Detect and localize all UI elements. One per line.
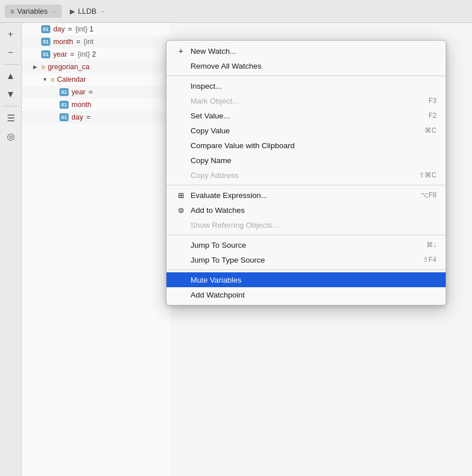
copy-value-shortcut: ⌘C xyxy=(425,126,437,134)
evaluate-icon: ⊞ xyxy=(176,191,186,200)
set-value-shortcut: F2 xyxy=(429,112,437,120)
menu-label-copy-name: Copy Name xyxy=(191,156,231,165)
menu-label-jump-type-source: Jump To Type Source xyxy=(191,256,265,264)
var-equals-day: = xyxy=(66,25,74,33)
variables-area: 01 day = {int} 1 01 month = {int 01 year… xyxy=(22,23,170,476)
badge-cal-year: 01 xyxy=(60,88,69,96)
menu-label-new-watch: New Watch... xyxy=(191,47,236,55)
menu-label-show-referring: Show Referring Objects... xyxy=(191,221,279,229)
tab-lldb[interactable]: ▶ LLDB → xyxy=(64,5,111,18)
var-name-gregorian: gregorian_ca xyxy=(48,63,90,71)
main-panel: ≡ Variables → ▶ LLDB → + − ▲ ▼ ☰ ◎ 01 da… xyxy=(0,0,472,476)
var-row-year[interactable]: 01 year = {int} 2 xyxy=(22,48,170,61)
copy-address-shortcut: ⇧⌘C xyxy=(419,171,437,179)
separator-2 xyxy=(166,185,446,185)
menu-label-mute-variables: Mute Variables xyxy=(191,276,241,284)
variables-tab-label: Variables xyxy=(17,7,47,15)
menu-item-evaluate[interactable]: ⊞ Evaluate Expression... ⌥F8 xyxy=(166,188,446,203)
menu-item-show-referring: Show Referring Objects... xyxy=(166,217,446,232)
var-type-day: {int} xyxy=(75,25,89,33)
menu-item-inspect[interactable]: Inspect... xyxy=(166,78,446,93)
side-divider-1 xyxy=(2,64,19,65)
menu-item-compare-value[interactable]: Compare Value with Clipboard xyxy=(166,138,446,153)
var-row-calendar[interactable]: ▼ ≡ Calendar xyxy=(22,73,170,86)
var-name-cal-year: year xyxy=(72,88,85,96)
menu-item-copy-address: Copy Address ⇧⌘C xyxy=(166,168,446,183)
menu-item-copy-value[interactable]: Copy Value ⌘C xyxy=(166,123,446,138)
evaluate-shortcut: ⌥F8 xyxy=(421,191,437,199)
side-divider-2 xyxy=(2,106,19,106)
menu-label-mark-object: Mark Object... xyxy=(191,97,239,105)
badge-day: 01 xyxy=(41,25,50,33)
menu-label-set-value: Set Value... xyxy=(191,112,230,120)
disclosure-calendar[interactable]: ▼ xyxy=(42,77,49,82)
var-name-cal-month: month xyxy=(72,101,92,109)
toolbar: ≡ Variables → ▶ LLDB → xyxy=(0,0,472,23)
var-equals-cal-day: = xyxy=(84,113,90,121)
menu-label-remove-watches: Remove All Watches xyxy=(191,62,261,70)
variables-tab-icon: ≡ xyxy=(10,7,14,15)
lldb-tab-arrow: → xyxy=(100,8,105,14)
var-type-year: {int} xyxy=(78,50,92,58)
var-equals-year: = xyxy=(68,50,76,58)
menu-label-add-watchpoint: Add Watchpoint xyxy=(191,291,245,299)
lldb-tab-icon: ▶ xyxy=(70,7,75,15)
context-menu: + New Watch... Remove All Watches Inspec… xyxy=(166,40,446,306)
var-row-cal-year[interactable]: 01 year = xyxy=(22,86,170,98)
struct-icon-gregorian: ≡ xyxy=(41,63,46,72)
separator-4 xyxy=(166,269,446,270)
menu-item-remove-watches[interactable]: Remove All Watches xyxy=(166,58,446,73)
var-name-cal-day: day xyxy=(72,113,83,121)
badge-month: 01 xyxy=(41,38,50,46)
menu-item-new-watch[interactable]: + New Watch... xyxy=(166,43,446,58)
menu-label-inspect: Inspect... xyxy=(191,82,222,90)
plus-icon[interactable]: + xyxy=(3,26,19,42)
menu-item-mute-variables[interactable]: Mute Variables xyxy=(166,272,446,287)
menu-label-add-watches: Add to Watches xyxy=(191,206,245,215)
var-equals-month: = xyxy=(74,38,82,46)
minus-icon[interactable]: − xyxy=(3,45,19,61)
var-name-day: day xyxy=(53,25,65,33)
add-watches-icon: ⊜ xyxy=(176,206,186,215)
menu-label-compare-value: Compare Value with Clipboard xyxy=(191,141,295,150)
var-name-month: month xyxy=(53,38,73,46)
side-icons-panel: + − ▲ ▼ ☰ ◎ xyxy=(0,23,22,476)
var-type-month: {int xyxy=(84,38,93,46)
disclosure-gregorian[interactable]: ▶ xyxy=(33,64,40,70)
menu-item-add-watchpoint[interactable]: Add Watchpoint xyxy=(166,287,446,302)
var-equals-cal-year: = xyxy=(86,88,93,96)
badge-year: 01 xyxy=(41,50,50,58)
tab-variables[interactable]: ≡ Variables → xyxy=(5,5,62,18)
up-icon[interactable]: ▲ xyxy=(3,68,19,84)
var-row-cal-month[interactable]: 01 month xyxy=(22,98,170,111)
menu-label-evaluate: Evaluate Expression... xyxy=(191,191,267,200)
menu-item-set-value[interactable]: Set Value... F2 xyxy=(166,108,446,123)
var-row-month[interactable]: 01 month = {int xyxy=(22,35,170,48)
menu-item-jump-source[interactable]: Jump To Source ⌘↓ xyxy=(166,237,446,252)
menu-label-jump-source: Jump To Source xyxy=(191,241,246,249)
down-icon[interactable]: ▼ xyxy=(3,86,19,102)
separator-1 xyxy=(166,76,446,76)
badge-cal-day: 01 xyxy=(60,113,69,121)
mark-object-shortcut: F3 xyxy=(429,97,437,105)
menu-label-copy-value: Copy Value xyxy=(191,126,230,135)
var-row-cal-day[interactable]: 01 day = xyxy=(22,111,170,124)
separator-3 xyxy=(166,235,446,235)
menu-label-copy-address: Copy Address xyxy=(191,171,239,180)
var-name-year: year xyxy=(53,50,67,58)
var-value-day: 1 xyxy=(89,25,93,33)
var-row-day[interactable]: 01 day = {int} 1 xyxy=(22,23,170,35)
var-row-gregorian[interactable]: ▶ ≡ gregorian_ca xyxy=(22,61,170,73)
jump-type-source-shortcut: ⇧F4 xyxy=(423,256,437,264)
menu-item-mark-object: Mark Object... F3 xyxy=(166,93,446,108)
lldb-tab-label: LLDB xyxy=(78,7,97,15)
struct-icon-calendar: ≡ xyxy=(50,76,55,84)
list-icon[interactable]: ☰ xyxy=(3,110,19,126)
var-value-year: 2 xyxy=(92,50,96,58)
badge-cal-month: 01 xyxy=(60,101,69,109)
menu-item-add-watches[interactable]: ⊜ Add to Watches xyxy=(166,203,446,217)
eye-icon[interactable]: ◎ xyxy=(3,128,19,144)
menu-item-copy-name[interactable]: Copy Name xyxy=(166,153,446,168)
menu-item-jump-type-source[interactable]: Jump To Type Source ⇧F4 xyxy=(166,252,446,267)
variables-tab-arrow: → xyxy=(50,8,56,14)
